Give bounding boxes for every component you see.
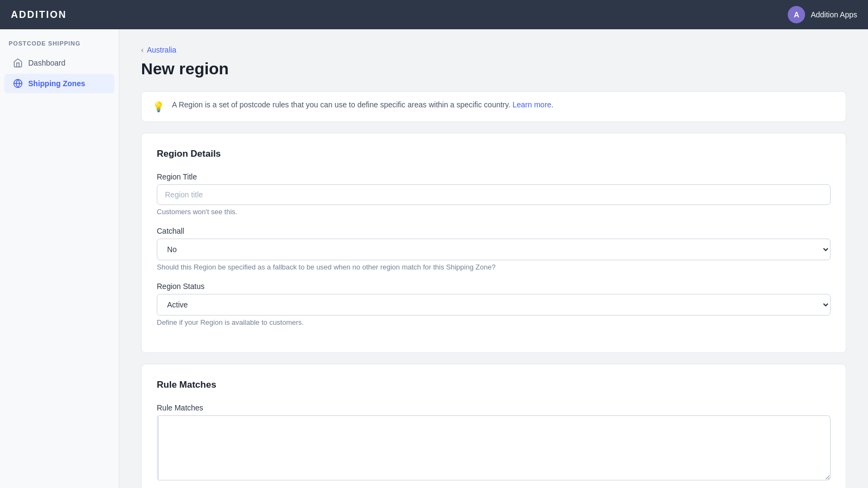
globe-icon <box>13 79 23 88</box>
top-navigation: ADDITION A Addition Apps <box>0 0 868 29</box>
rule-matches-wrapper <box>157 415 831 480</box>
catchall-hint: Should this Region be specified as a fal… <box>157 263 831 271</box>
region-title-group: Region Title Customers won't see this. <box>157 172 831 216</box>
rule-matches-card: Rule Matches Rule Matches <box>141 364 846 488</box>
catchall-group: Catchall No Yes Should this Region be sp… <box>157 227 831 271</box>
region-status-label: Region Status <box>157 282 831 291</box>
home-icon <box>13 58 23 68</box>
region-status-group: Region Status Active Inactive Define if … <box>157 282 831 326</box>
catchall-select[interactable]: No Yes <box>157 239 831 260</box>
page-title: New region <box>141 60 846 78</box>
catchall-label: Catchall <box>157 227 831 235</box>
sidebar: POSTCODE SHIPPING Dashboard Shipping Zon… <box>0 29 119 488</box>
learn-more-link[interactable]: Learn more <box>513 100 552 109</box>
region-status-select[interactable]: Active Inactive <box>157 294 831 316</box>
region-details-title: Region Details <box>157 149 831 159</box>
user-name: Addition Apps <box>810 10 857 19</box>
user-menu[interactable]: A Addition Apps <box>788 6 857 23</box>
sidebar-item-label: Dashboard <box>28 59 66 67</box>
app-logo: ADDITION <box>11 9 67 21</box>
region-title-hint: Customers won't see this. <box>157 208 831 216</box>
info-banner: 💡 A Region is a set of postcode rules th… <box>141 91 846 122</box>
main-content: ‹ Australia New region 💡 A Region is a s… <box>119 29 868 488</box>
sidebar-item-shipping-zones[interactable]: Shipping Zones <box>4 74 114 93</box>
region-details-card: Region Details Region Title Customers wo… <box>141 133 846 353</box>
rule-matches-label: Rule Matches <box>157 403 831 412</box>
region-title-input[interactable] <box>157 184 831 205</box>
avatar: A <box>788 6 805 23</box>
sidebar-item-dashboard[interactable]: Dashboard <box>4 53 114 73</box>
sidebar-item-label: Shipping Zones <box>28 79 85 88</box>
info-text: A Region is a set of postcode rules that… <box>172 100 553 109</box>
region-title-label: Region Title <box>157 172 831 181</box>
rule-matches-group: Rule Matches <box>157 403 831 480</box>
chevron-left-icon: ‹ <box>141 46 144 54</box>
rule-matches-title: Rule Matches <box>157 380 831 390</box>
breadcrumb[interactable]: ‹ Australia <box>141 46 846 54</box>
lightbulb-icon: 💡 <box>152 101 164 113</box>
region-status-hint: Define if your Region is available to cu… <box>157 318 831 326</box>
breadcrumb-link[interactable]: Australia <box>147 46 176 54</box>
rule-matches-textarea[interactable] <box>159 415 831 480</box>
sidebar-section-label: POSTCODE SHIPPING <box>0 40 119 53</box>
app-layout: POSTCODE SHIPPING Dashboard Shipping Zon… <box>0 29 868 488</box>
